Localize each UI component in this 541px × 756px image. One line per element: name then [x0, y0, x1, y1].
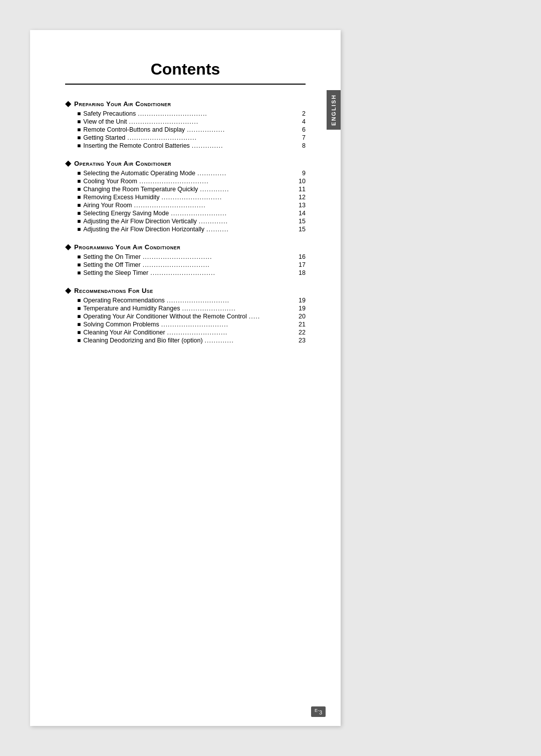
- toc-dots: .............: [205, 337, 294, 344]
- toc-item: ■Selecting Energy Saving Mode...........…: [65, 210, 306, 217]
- document-page: ENGLISH Contents ◆Preparing Your Air Con…: [30, 30, 341, 726]
- toc-item: ■Safety Precautions.....................…: [65, 110, 306, 117]
- section-header-programming: ◆Programming Your Air Conditioner: [65, 242, 306, 251]
- toc-page-number: 19: [296, 305, 306, 312]
- toc-page-number: 15: [296, 218, 306, 225]
- toc-item: ■Setting the Sleep Timer................…: [65, 269, 306, 276]
- diamond-icon: ◆: [65, 99, 71, 108]
- toc-item-label: Inserting the Remote Control Batteries: [83, 142, 190, 149]
- toc-item-label: Temperature and Humidity Ranges: [83, 305, 180, 312]
- bullet-icon: ■: [77, 329, 81, 336]
- toc-item-label: Cooling Your Room: [83, 178, 137, 185]
- content-area: Contents ◆Preparing Your Air Conditioner…: [30, 30, 341, 365]
- diamond-icon: ◆: [65, 242, 71, 251]
- bullet-icon: ■: [77, 134, 81, 141]
- toc-item: ■Adjusting the Air Flow Direction Horizo…: [65, 226, 306, 233]
- toc-item: ■Operating Recommendations..............…: [65, 297, 306, 304]
- toc-item: ■Adjusting the Air Flow Direction Vertic…: [65, 218, 306, 225]
- toc-item-label: Setting the Off Timer: [83, 261, 140, 268]
- bullet-icon: ■: [77, 297, 81, 304]
- toc-dots: ...............................: [143, 253, 294, 260]
- bullet-icon: ■: [77, 186, 81, 193]
- section-header-recommendations: ◆Recommendations For Use: [65, 285, 306, 295]
- toc-dots: ..............................: [143, 261, 294, 268]
- language-label: ENGLISH: [331, 94, 337, 126]
- bullet-icon: ■: [77, 170, 81, 177]
- toc-item: ■Setting the Off Timer..................…: [65, 261, 306, 268]
- toc-item: ■Selecting the Automatic Operating Mode.…: [65, 170, 306, 177]
- toc-item-label: Getting Started: [83, 134, 125, 141]
- toc-page-number: 2: [296, 110, 306, 117]
- toc-page-number: 9: [296, 170, 306, 177]
- toc-item-label: Cleaning Your Air Conditioner: [83, 329, 165, 336]
- toc-item-label: Adjusting the Air Flow Direction Horizon…: [83, 226, 204, 233]
- toc-item: ■Cleaning Your Air Conditioner..........…: [65, 329, 306, 336]
- toc-page-number: 4: [296, 118, 306, 125]
- page-title: Contents: [65, 60, 306, 79]
- toc-item-label: Operating Recommendations: [83, 297, 165, 304]
- toc-item: ■View of the Unit.......................…: [65, 118, 306, 125]
- toc-page-number: 23: [296, 337, 306, 344]
- toc-dots: .............................: [150, 269, 294, 276]
- toc-dots: ...........................: [161, 194, 294, 201]
- language-tab: ENGLISH: [327, 90, 341, 130]
- toc-page-number: 21: [296, 321, 306, 328]
- title-divider: [65, 84, 306, 85]
- toc-item: ■Cooling Your Room......................…: [65, 178, 306, 185]
- page-number: 3: [319, 709, 322, 715]
- bullet-icon: ■: [77, 321, 81, 328]
- toc-dots: ...........................: [167, 329, 294, 336]
- toc-item-label: Selecting Energy Saving Mode: [83, 210, 169, 217]
- toc-page-number: 10: [296, 178, 306, 185]
- toc-page-number: 15: [296, 226, 306, 233]
- bullet-icon: ■: [77, 110, 81, 117]
- toc-page-number: 20: [296, 313, 306, 320]
- toc-dots: ................................: [134, 202, 294, 209]
- toc-dots: ...............................: [129, 118, 294, 125]
- toc-item-label: Removing Excess Humidity: [83, 194, 159, 201]
- toc-item-label: Cleaning Deodorizing and Bio filter (opt…: [83, 337, 202, 344]
- toc-item: ■Changing the Room Temperature Quickly..…: [65, 186, 306, 193]
- bullet-icon: ■: [77, 269, 81, 276]
- toc-page-number: 19: [296, 297, 306, 304]
- page-prefix: E-: [315, 708, 319, 713]
- toc-page-number: 7: [296, 134, 306, 141]
- toc-item-label: Safety Precautions: [83, 110, 136, 117]
- diamond-icon: ◆: [65, 158, 71, 168]
- bullet-icon: ■: [77, 218, 81, 225]
- toc-item: ■Solving Common Problems................…: [65, 321, 306, 328]
- toc-item-label: Adjusting the Air Flow Direction Vertica…: [83, 218, 196, 225]
- bullet-icon: ■: [77, 226, 81, 233]
- bullet-icon: ■: [77, 305, 81, 312]
- toc-item-label: Remote Control-Buttons and Display: [83, 126, 185, 133]
- toc-page-number: 18: [296, 269, 306, 276]
- toc-page-number: 22: [296, 329, 306, 336]
- toc-item-label: Selecting the Automatic Operating Mode: [83, 170, 195, 177]
- section-title: Operating Your Air Conditioner: [74, 160, 171, 167]
- toc-item-label: View of the Unit: [83, 118, 127, 125]
- bullet-icon: ■: [77, 210, 81, 217]
- bullet-icon: ■: [77, 337, 81, 344]
- toc-container: ◆Preparing Your Air Conditioner■Safety P…: [65, 99, 306, 344]
- bullet-icon: ■: [77, 313, 81, 320]
- bullet-icon: ■: [77, 142, 81, 149]
- toc-dots: ..............................: [161, 321, 294, 328]
- toc-dots: ..............: [192, 142, 294, 149]
- toc-item-label: Setting the Sleep Timer: [83, 269, 148, 276]
- toc-dots: ..........: [206, 226, 294, 233]
- toc-item: ■Removing Excess Humidity...............…: [65, 194, 306, 201]
- toc-item: ■Remote Control-Buttons and Display.....…: [65, 126, 306, 133]
- toc-item: ■Setting the On Timer...................…: [65, 253, 306, 260]
- toc-dots: ...............................: [127, 134, 294, 141]
- toc-item-label: Solving Common Problems: [83, 321, 159, 328]
- toc-page-number: 12: [296, 194, 306, 201]
- section-title: Programming Your Air Conditioner: [74, 243, 180, 251]
- toc-page-number: 8: [296, 142, 306, 149]
- toc-page-number: 11: [296, 186, 306, 193]
- toc-dots: ............................: [167, 297, 294, 304]
- toc-dots: ........................: [182, 305, 294, 312]
- toc-item: ■Inserting the Remote Control Batteries.…: [65, 142, 306, 149]
- section-title: Preparing Your Air Conditioner: [74, 100, 171, 108]
- toc-dots: .............: [197, 170, 294, 177]
- toc-dots: .............: [199, 218, 294, 225]
